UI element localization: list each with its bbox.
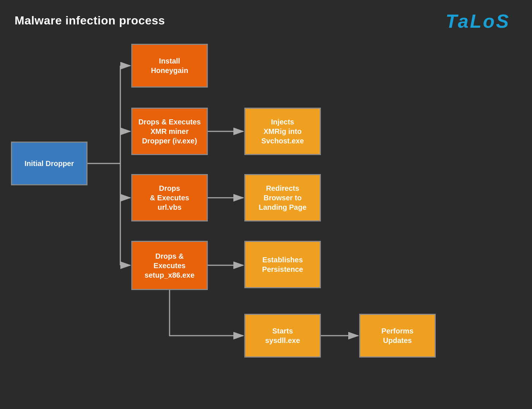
box-drops-xmr: Drops & Executes XMR miner Dropper (iv.e… — [131, 108, 208, 155]
box-injects-xmrig: Injects XMRig into Svchost.exe — [244, 108, 321, 155]
box-initial-dropper: Initial Dropper — [11, 142, 88, 185]
box-establishes-persistence: Establishes Persistence — [244, 241, 321, 288]
page-title: Malware infection process — [15, 14, 165, 27]
box-redirects-browser: Redirects Browser to Landing Page — [244, 174, 321, 221]
box-starts-sysdll: Starts sysdll.exe — [244, 314, 321, 358]
box-drops-setup: Drops & Executes setup_x86.exe — [131, 241, 208, 290]
talos-logo: TaLoS — [446, 10, 510, 32]
box-performs-updates: Performs Updates — [359, 314, 436, 358]
box-drops-url: Drops & Executes url.vbs — [131, 174, 208, 221]
box-install-honeygain: Install Honeygain — [131, 44, 208, 88]
